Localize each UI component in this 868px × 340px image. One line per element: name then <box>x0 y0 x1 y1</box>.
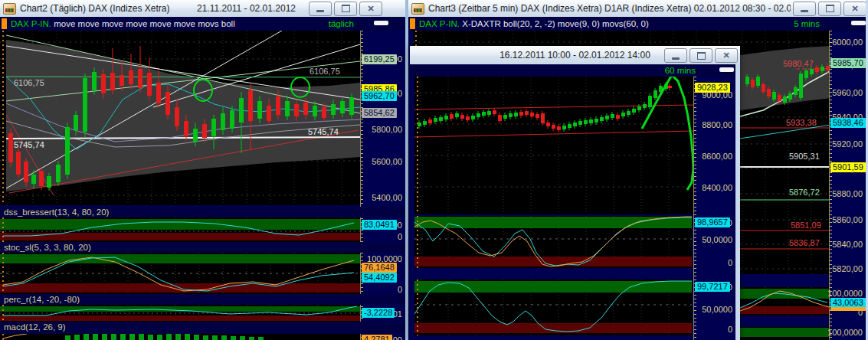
axis-tick: 100,0000 <box>827 289 863 298</box>
axis-tick: 0 <box>728 258 732 267</box>
axis-tick: 6000,00 <box>832 38 863 47</box>
hourly-timeframe: 60 mins <box>665 66 696 75</box>
chart-level-label: 5876,72 <box>789 188 820 197</box>
price-label: 9028,23 <box>695 83 730 93</box>
restore-button[interactable] <box>689 48 712 63</box>
axis-tick: 8400,00 <box>702 183 732 192</box>
chart2-legend-bar: DAX P-IN. move move move move move move … <box>0 17 405 31</box>
close-button[interactable] <box>359 2 382 16</box>
price-label: 76,1648 <box>362 263 397 273</box>
axis-tick: 5800,00 <box>372 125 402 134</box>
chart-level-label: 5851,09 <box>791 221 821 230</box>
axis-tick: 100,0000 <box>827 328 863 337</box>
price-label: 6199,25 <box>362 54 397 64</box>
close-icon <box>722 51 729 60</box>
chart2-timeframe: täglich <box>329 19 354 28</box>
axis-tick: 50,0000 <box>702 305 732 314</box>
hourly-window: 16.12.2011 10:00 - 02.01.2012 14:00 60 m… <box>410 46 740 340</box>
axis-tick: 5400,00 <box>372 193 402 202</box>
hourly-main-plot[interactable] <box>414 77 693 214</box>
stoc-panel[interactable] <box>0 253 360 294</box>
chart-level-label: 5836,87 <box>789 238 820 247</box>
chart-window-icon <box>411 3 424 15</box>
hourly-indicator-panel-1[interactable] <box>414 216 692 268</box>
axis-tick: 0 <box>728 325 732 334</box>
panel-collapse-handle[interactable] <box>851 21 866 25</box>
axis-tick: 0 <box>398 285 402 294</box>
minimize-button[interactable] <box>309 2 332 16</box>
axis-tick: 5960,00 <box>832 88 863 97</box>
restore-icon <box>342 5 350 12</box>
chart-level-label: 5933,38 <box>786 118 817 127</box>
chart2-date-range: 21.11.2011 - 02.01.2012 <box>197 3 296 14</box>
hourly-titlebar[interactable]: 16.12.2011 10:00 - 02.01.2012 14:00 <box>410 46 740 65</box>
window-border <box>735 64 740 340</box>
hourly-indicator-chart-1 <box>414 216 692 268</box>
hourly-indicator-panel-2[interactable] <box>414 280 692 335</box>
macd-histogram <box>0 334 360 340</box>
minimize-icon <box>801 10 808 12</box>
indicator-header-macd[interactable]: macd(12, 26, 9) <box>0 322 405 334</box>
chart2-series-name[interactable]: DAX P-IN. <box>11 19 51 28</box>
chart-level-label: 5745,74 <box>14 140 44 149</box>
axis-tick: 8600,00 <box>702 152 732 161</box>
chart2-window: Chart2 (Täglich) DAX (Indizes Xetra) 21.… <box>0 0 405 340</box>
chart-level-label: 5980,47 <box>783 59 814 68</box>
restore-icon <box>697 52 706 60</box>
price-label: 5985,70 <box>830 58 866 68</box>
axis-tick: 00 <box>393 335 402 340</box>
axis-tick: 0 <box>398 232 402 241</box>
price-label: 99,7217 <box>695 282 730 292</box>
percr-line-chart <box>0 305 360 322</box>
price-label: 4,2781 <box>362 335 392 340</box>
indicator-header-percr[interactable]: perc_r(14, -20, -80) <box>0 294 405 305</box>
chart-level-label: 5745,74 <box>308 127 339 136</box>
price-label: 5854,62 <box>362 108 397 118</box>
chart3-titlebar[interactable]: Chart3 (Zeitbar 5 min) DAX (Indizes Xetr… <box>408 0 868 18</box>
stoc-line-chart <box>0 253 360 294</box>
price-label: 98,9657 <box>695 217 730 227</box>
price-label: 5901,59 <box>830 162 866 172</box>
axis-tick: 5880,00 <box>832 189 863 198</box>
dss-panel[interactable] <box>0 217 360 242</box>
close-button[interactable] <box>843 2 866 16</box>
close-icon <box>851 5 858 13</box>
chart3-legend-bar: DAX P-IN. X-DAXTR boll(20, 2, -2) move(9… <box>408 17 868 31</box>
indicator-header-dss[interactable]: dss_bressert(13, 4, 80, 20) <box>0 207 405 217</box>
restore-button[interactable] <box>818 2 841 16</box>
restore-button[interactable] <box>334 2 357 16</box>
axis-tick: 5920,00 <box>832 139 863 149</box>
close-button[interactable] <box>715 48 738 63</box>
panel-collapse-handle[interactable] <box>719 67 734 72</box>
chart2-titlebar[interactable]: Chart2 (Täglich) DAX (Indizes Xetra) 21.… <box>0 0 405 18</box>
minimize-button[interactable] <box>664 48 687 63</box>
series-color-icon <box>410 18 415 29</box>
price-label: 5938,46 <box>830 118 866 128</box>
chart2-studies[interactable]: move move move move move move movs boll <box>54 19 234 28</box>
indicator-header-stoc[interactable]: stoc_sl(5, 3, 3, 80, 20) <box>0 242 405 253</box>
price-label <box>830 307 866 311</box>
hourly-indicator-chart-2 <box>414 280 692 335</box>
hourly-candlestick-chart <box>414 77 693 214</box>
chart3-timeframe: 5 mins <box>794 19 820 28</box>
chart3-series-name[interactable]: DAX P-IN. <box>419 19 460 28</box>
axis-tick: 50,0000 <box>702 235 732 244</box>
chart2-main-plot[interactable]: 6106,756106,755745,745745,74 <box>0 31 360 205</box>
macd-panel[interactable] <box>0 334 360 340</box>
hourly-title: 16.12.2011 10:00 - 02.01.2012 14:00 <box>500 50 650 60</box>
chart3-studies[interactable]: X-DAXTR boll(20, 2, -2) move(9, 0) movs(… <box>462 19 649 28</box>
dss-line-chart <box>0 217 360 242</box>
price-label: 5962,70 <box>362 91 397 101</box>
axis-tick: 5820,00 <box>832 264 863 273</box>
chart2-title: Chart2 (Täglich) DAX (Indizes Xetra) <box>20 3 169 14</box>
restore-icon <box>826 5 834 12</box>
minimize-button[interactable] <box>793 2 816 16</box>
axis-tick: 5600,00 <box>372 157 402 166</box>
percr-panel[interactable] <box>0 305 360 322</box>
panel-collapse-handle[interactable] <box>374 21 388 25</box>
price-label: 54,4092 <box>362 273 397 283</box>
chart-level-label: 6106,75 <box>310 67 340 76</box>
hourly-legend-bar: 60 mins <box>410 64 740 77</box>
close-icon <box>367 5 374 13</box>
axis-tick: 5840,00 <box>832 240 863 249</box>
